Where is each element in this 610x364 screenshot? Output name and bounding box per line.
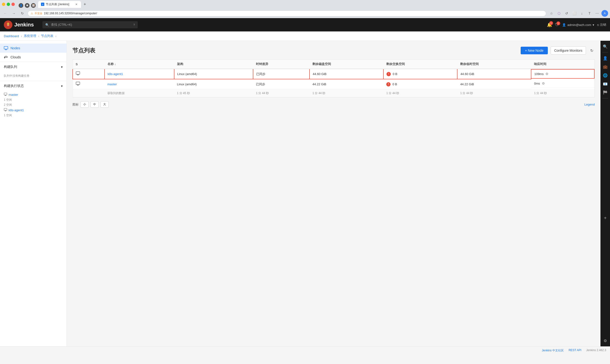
executor-master-slot2: 2 空闲: [4, 103, 63, 107]
jenkins-title: Jenkins: [14, 22, 34, 28]
save-button[interactable]: ↓: [579, 10, 585, 17]
rp-add-button[interactable]: +: [601, 214, 609, 222]
icon-size-medium-button[interactable]: 中: [91, 101, 99, 108]
temp-cell-k8s: 44.60 GiB: [457, 69, 531, 79]
minimize-button[interactable]: [2, 3, 5, 6]
build-queue-chevron: ▾: [61, 65, 63, 69]
reload-button[interactable]: ↻: [19, 10, 26, 17]
table-row: k8s-agent1 Linux (amd64) 已同步 44.60 GiB !…: [73, 69, 595, 79]
address-text: 192.168.93.145:32000/manage/computer/: [44, 12, 543, 15]
refresh-button[interactable]: ↻: [589, 47, 595, 54]
arch-cell-k8s: Linux (amd64): [174, 69, 253, 79]
table-header-row: S 名称 ↓ 架构 时钟差异 剩余磁盘空间 剩余交换空间 剩余临时空间 响应时间: [73, 60, 595, 69]
history-button[interactable]: ↺: [563, 10, 570, 17]
k8s-agent1-link[interactable]: k8s-agent1: [108, 72, 123, 76]
summary-arch: 1 分 45 秒: [174, 89, 253, 97]
logout-button[interactable]: ⎋ 注销: [597, 23, 606, 27]
rp-search-icon[interactable]: 🔍: [601, 43, 609, 50]
response-cell-k8s: 109ms ⚙: [531, 69, 595, 78]
rp-gear-icon[interactable]: ⚙: [601, 337, 609, 344]
col-swap: 剩余交换空间: [383, 60, 457, 69]
address-bar[interactable]: ⚠ 不安全 192.168.93.145:32000/manage/comput…: [28, 11, 546, 16]
legend-link[interactable]: Legend: [584, 103, 595, 106]
breadcrumb-system-manage[interactable]: 系统管理: [24, 34, 36, 38]
new-node-button[interactable]: + New Node: [521, 47, 547, 54]
tab-close-button[interactable]: ✕: [74, 2, 78, 6]
forward-button[interactable]: →: [11, 10, 17, 17]
user-avatar-icon: 👤: [562, 23, 566, 27]
table-row: master Linux (amd64) 已同步 44.22 GiB ! 0 B…: [73, 79, 595, 89]
clock-cell-k8s: 已同步: [253, 69, 310, 79]
user-menu[interactable]: 👤 admin@wzh.com ▾: [562, 23, 594, 27]
clock-cell-master: 已同步: [253, 79, 310, 89]
extensions-button[interactable]: ⬡: [556, 10, 562, 17]
executor-k8s: k8s-agent1: [4, 107, 63, 113]
breadcrumb-dashboard[interactable]: Dashboard: [4, 34, 19, 38]
rp-outlook-icon[interactable]: 📧: [601, 80, 609, 88]
svg-rect-11: [4, 108, 7, 111]
rp-flag-icon[interactable]: 🏁: [601, 89, 609, 96]
new-tab-button[interactable]: +: [81, 1, 88, 8]
shield-button[interactable]: 🛡 1: [555, 22, 559, 27]
profile-button[interactable]: A: [601, 10, 608, 17]
arch-cell-master: Linux (amd64): [174, 79, 253, 89]
executor-k8s-link[interactable]: k8s-agent1: [9, 108, 24, 112]
col-arch: 架构: [174, 60, 253, 69]
profile-avatar-3: 🪟: [31, 3, 36, 8]
master-link[interactable]: master: [107, 82, 117, 86]
maximize-button[interactable]: [7, 3, 10, 6]
summary-disk: 1 分 44 秒: [310, 89, 383, 97]
rp-divider-1: [602, 52, 608, 52]
main-content: 节点列表 + New Node Configure Monitors ↻ S 名…: [67, 41, 600, 346]
gear-button-master[interactable]: ⚙: [542, 81, 545, 85]
summary-row: 获取到的数据 1 分 45 秒 1 分 44 秒 1 分 44 秒 1 分 44…: [73, 89, 595, 97]
build-executor-header[interactable]: 构建执行状态 ▾: [0, 81, 66, 91]
gear-button-k8s[interactable]: ⚙: [545, 72, 548, 76]
notification-badge: 1: [549, 21, 553, 25]
security-warning-text: 不安全: [35, 12, 42, 15]
community-link[interactable]: Jenkins 中文社区: [542, 349, 564, 352]
executor-master: master: [4, 92, 63, 97]
back-button[interactable]: ←: [2, 10, 9, 17]
search-help-icon: ?: [133, 23, 135, 26]
executor-master-icon: [4, 93, 7, 97]
active-tab[interactable]: J 节点列表 [Jenkins] ✕: [38, 1, 81, 8]
nodes-table: S 名称 ↓ 架构 时钟差异 剩余磁盘空间 剩余交换空间 剩余临时空间 响应时间: [72, 59, 595, 97]
jenkins-version: Jenkins 2.462.3: [586, 349, 606, 352]
sidebar-item-clouds[interactable]: Clouds: [0, 53, 66, 62]
translate-button[interactable]: T: [586, 10, 593, 17]
icon-size-large-button[interactable]: 大: [101, 101, 109, 108]
jenkins-header: Jenkins 🔍 查找 (CTRL+K) ? 🔔 1 🛡 1 👤 admin@…: [0, 18, 610, 31]
build-queue-content: 队列中没有构建任务: [0, 72, 66, 81]
configure-monitors-label: Configure Monitors: [554, 49, 582, 52]
close-button[interactable]: [12, 3, 15, 6]
notification-button[interactable]: 🔔 1: [547, 22, 552, 27]
icon-size-small-button[interactable]: 小: [80, 101, 89, 108]
svg-rect-3: [4, 46, 8, 49]
rp-person-icon[interactable]: 👤: [601, 54, 609, 62]
breadcrumb-nodes[interactable]: 节点列表: [41, 34, 53, 38]
cast-button[interactable]: ⬜: [571, 10, 578, 17]
shield-badge: 1: [556, 21, 560, 25]
sidebar-item-nodes[interactable]: Nodes: [0, 44, 66, 53]
build-queue-header[interactable]: 构建队列 ▾: [0, 62, 66, 72]
more-button[interactable]: ⋯: [594, 10, 600, 17]
icon-size-label: 图标: [72, 103, 79, 107]
configure-monitors-button[interactable]: Configure Monitors: [551, 46, 586, 54]
breadcrumb-sep-2: ›: [38, 34, 39, 38]
executor-master-link[interactable]: master: [9, 93, 18, 96]
clouds-icon: [4, 55, 8, 59]
rp-briefcase-icon[interactable]: 💼: [601, 63, 609, 70]
rp-globe-icon[interactable]: 🌐: [601, 71, 609, 79]
profile-avatar-1: 👤: [19, 3, 23, 8]
content-header: 节点列表 + New Node Configure Monitors ↻: [72, 46, 595, 54]
rest-api-link[interactable]: REST API: [569, 349, 581, 352]
header-search[interactable]: 🔍 查找 (CTRL+K) ?: [42, 21, 138, 28]
page-title: 节点列表: [72, 47, 95, 54]
breadcrumb-sep-1: ›: [21, 34, 22, 38]
build-queue-label: 构建队列: [4, 65, 17, 69]
tab-favicon: J: [41, 3, 44, 6]
sidebar: Nodes Clouds 构建队列 ▾ 队列中没有构建任务: [0, 41, 67, 346]
jenkins-logo[interactable]: Jenkins: [4, 21, 34, 29]
bookmark-star-button[interactable]: ☆: [548, 10, 555, 17]
